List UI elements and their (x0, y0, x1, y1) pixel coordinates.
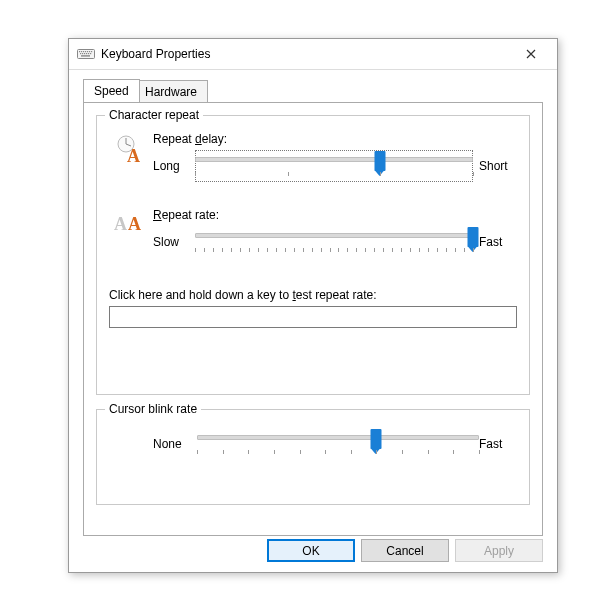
group-cursor-blink-legend: Cursor blink rate (105, 402, 201, 416)
keyboard-properties-dialog: Keyboard Properties Speed Hardware Chara… (68, 38, 558, 573)
svg-rect-3 (83, 51, 84, 52)
group-character-repeat-legend: Character repeat (105, 108, 203, 122)
repeat-rate-icon: A A (114, 210, 148, 234)
cursor-blink-thumb[interactable] (371, 429, 382, 449)
svg-rect-4 (85, 51, 86, 52)
svg-rect-14 (81, 55, 90, 56)
svg-rect-7 (91, 51, 92, 52)
repeat-rate-slider[interactable] (195, 226, 473, 258)
test-repeat-label: Click here and hold down a key to test r… (109, 288, 517, 302)
tabstrip: Speed Hardware (83, 80, 543, 102)
tabpanel-speed: Character repeat A (83, 102, 543, 536)
cancel-button-label: Cancel (386, 544, 423, 558)
repeat-delay-slider[interactable] (195, 150, 473, 182)
svg-rect-11 (86, 53, 87, 54)
repeat-delay-icon: A (115, 134, 147, 164)
repeat-delay-max-label: Short (473, 159, 517, 173)
repeat-rate-label: Repeat rate: (153, 208, 517, 222)
apply-button-label: Apply (484, 544, 514, 558)
svg-text:A: A (114, 214, 127, 234)
svg-rect-5 (87, 51, 88, 52)
repeat-rate-min-label: Slow (153, 235, 195, 249)
svg-rect-12 (88, 53, 89, 54)
tab-speed[interactable]: Speed (83, 79, 140, 102)
svg-rect-10 (84, 53, 85, 54)
svg-rect-8 (80, 53, 81, 54)
repeat-delay-min-label: Long (153, 159, 195, 173)
svg-rect-9 (82, 53, 83, 54)
ok-button[interactable]: OK (267, 539, 355, 562)
apply-button[interactable]: Apply (455, 539, 543, 562)
tab-speed-label: Speed (94, 84, 129, 98)
window-title: Keyboard Properties (101, 47, 513, 61)
svg-text:A: A (127, 146, 140, 164)
group-character-repeat: Character repeat A (96, 115, 530, 395)
group-cursor-blink-rate: Cursor blink rate None Fast (96, 409, 530, 505)
tab-hardware[interactable]: Hardware (134, 80, 208, 102)
repeat-delay-thumb[interactable] (375, 151, 386, 171)
dialog-button-bar: OK Cancel Apply (267, 539, 543, 562)
cursor-blink-slider[interactable] (197, 428, 479, 460)
titlebar[interactable]: Keyboard Properties (69, 39, 557, 70)
cancel-button[interactable]: Cancel (361, 539, 449, 562)
cursor-blink-max-label: Fast (479, 437, 517, 451)
ok-button-label: OK (302, 544, 319, 558)
svg-text:A: A (128, 214, 141, 234)
cursor-blink-min-label: None (153, 437, 197, 451)
keyboard-icon (77, 48, 95, 60)
close-icon (526, 49, 536, 59)
repeat-rate-max-label: Fast (473, 235, 517, 249)
repeat-delay-label: Repeat delay: (153, 132, 517, 146)
repeat-rate-thumb[interactable] (468, 227, 479, 247)
tab-hardware-label: Hardware (145, 85, 197, 99)
close-button[interactable] (513, 39, 549, 69)
svg-rect-6 (89, 51, 90, 52)
svg-rect-13 (90, 53, 91, 54)
svg-rect-1 (79, 51, 80, 52)
test-repeat-input[interactable] (109, 306, 517, 328)
svg-rect-2 (81, 51, 82, 52)
